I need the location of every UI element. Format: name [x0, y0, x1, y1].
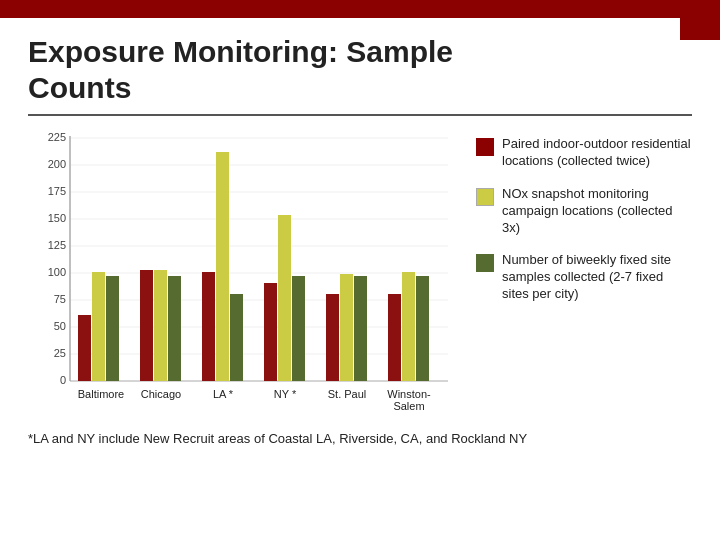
- svg-text:Baltimore: Baltimore: [78, 388, 124, 400]
- bar: [154, 270, 167, 381]
- page-title: Exposure Monitoring: Sample Counts: [28, 34, 692, 106]
- bar: [340, 274, 353, 381]
- footnote: *LA and NY include New Recruit areas of …: [28, 431, 692, 446]
- bar: [402, 272, 415, 381]
- chart-area: 0 25 50 75 100 125 150 175 200 225: [28, 126, 458, 425]
- title-divider: [28, 114, 692, 116]
- svg-text:225: 225: [48, 131, 66, 143]
- svg-text:125: 125: [48, 239, 66, 251]
- bar: [326, 294, 339, 381]
- bar-chart: 0 25 50 75 100 125 150 175 200 225: [28, 126, 458, 421]
- svg-text:175: 175: [48, 185, 66, 197]
- main-content: Exposure Monitoring: Sample Counts: [0, 18, 720, 540]
- svg-text:200: 200: [48, 158, 66, 170]
- legend-color-biweekly: [476, 254, 494, 272]
- legend-label-nox: NOx snapshot monitoring campaign locatio…: [502, 186, 692, 237]
- bar: [230, 294, 243, 381]
- bar: [92, 272, 105, 381]
- svg-text:0: 0: [60, 374, 66, 386]
- bar: [264, 283, 277, 381]
- svg-text:Winston-: Winston-: [387, 388, 431, 400]
- legend-color-paired: [476, 138, 494, 156]
- legend-color-nox: [476, 188, 494, 206]
- svg-text:Chicago: Chicago: [141, 388, 181, 400]
- chart-legend: Paired indoor-outdoor residential locati…: [476, 136, 692, 303]
- legend-label-biweekly: Number of biweekly fixed site samples co…: [502, 252, 692, 303]
- svg-text:150: 150: [48, 212, 66, 224]
- chart-legend-container: 0 25 50 75 100 125 150 175 200 225: [28, 126, 692, 425]
- bar: [216, 152, 229, 381]
- bar: [168, 276, 181, 381]
- bar: [354, 276, 367, 381]
- bar: [106, 276, 119, 381]
- title-line1: Exposure Monitoring: Sample: [28, 35, 453, 68]
- svg-text:LA *: LA *: [213, 388, 234, 400]
- svg-text:50: 50: [54, 320, 66, 332]
- bar: [140, 270, 153, 381]
- legend-item-2: NOx snapshot monitoring campaign locatio…: [476, 186, 692, 237]
- bar: [388, 294, 401, 381]
- svg-text:NY *: NY *: [274, 388, 297, 400]
- legend-item-3: Number of biweekly fixed site samples co…: [476, 252, 692, 303]
- bar: [78, 315, 91, 381]
- legend-label-paired: Paired indoor-outdoor residential locati…: [502, 136, 692, 170]
- legend-item-1: Paired indoor-outdoor residential locati…: [476, 136, 692, 170]
- title-line2: Counts: [28, 71, 131, 104]
- bar: [292, 276, 305, 381]
- bar: [278, 215, 291, 381]
- svg-text:100: 100: [48, 266, 66, 278]
- svg-text:75: 75: [54, 293, 66, 305]
- bar: [416, 276, 429, 381]
- bar: [202, 272, 215, 381]
- svg-text:Salem: Salem: [393, 400, 424, 412]
- top-bar: [0, 0, 720, 18]
- svg-text:St. Paul: St. Paul: [328, 388, 367, 400]
- svg-text:25: 25: [54, 347, 66, 359]
